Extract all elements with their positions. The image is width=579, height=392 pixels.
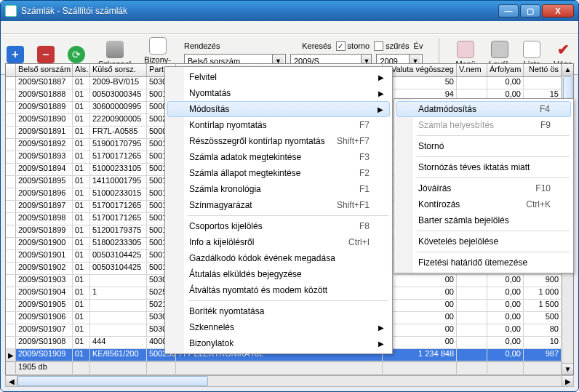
cell-belso: 2009/S01902 — [16, 263, 73, 274]
cell-belso: 2009/S01895 — [16, 176, 73, 188]
col-kulso-sorsz[interactable]: Külső sorsz. — [90, 64, 147, 76]
cell-belso: 2009/S01896 — [16, 188, 73, 200]
menu-separator — [188, 300, 388, 301]
menu-atutalas[interactable]: Átutalás elküldés bejegyzése — [167, 266, 390, 282]
cell-als: 01 — [73, 238, 90, 249]
menu-adatmodositas[interactable]: AdatmódosításF4 — [396, 101, 571, 117]
col-belso-sorszam[interactable]: Belső sorszám — [16, 64, 73, 76]
cell-als: 01 — [73, 263, 90, 274]
menu-koveteles[interactable]: Követelés bejelölése — [396, 233, 571, 249]
close-button[interactable]: X — [542, 4, 574, 17]
menu-szinmagyarazat[interactable]: SzínmagyarázatShift+F1 — [167, 197, 390, 213]
col-vnem[interactable]: V.nem — [457, 64, 487, 76]
add-button[interactable] — [7, 46, 24, 63]
cell-arf: 0,00 — [487, 324, 524, 336]
check-icon — [554, 41, 572, 58]
menu-barter[interactable]: Barter számla bejelölés — [396, 212, 571, 228]
cell-belso: 2009/S01894 — [16, 164, 73, 175]
app-icon — [5, 5, 17, 17]
cell-belso: 2009/S01888 — [16, 89, 73, 101]
menu-reszosszeg[interactable]: Részösszegről kontírlap nyomtatásShift+F… — [167, 133, 390, 149]
cell-als: 01 — [73, 250, 90, 262]
cell-kulso: 00503000345 — [90, 89, 147, 101]
cell-als: 01 — [73, 176, 90, 188]
rendezes-label: Rendezés — [184, 41, 220, 50]
maximize-button[interactable]: ▢ — [520, 4, 540, 17]
cell-belso: 2009/S01901 — [16, 250, 73, 262]
scroll-right-icon[interactable]: ▶ — [562, 376, 573, 386]
scroll-down-icon[interactable]: ▼ — [562, 363, 573, 375]
chevron-right-icon: ▶ — [378, 73, 384, 81]
cell-kulso: FR7L-A0585 — [90, 127, 147, 138]
menu-kontirlap[interactable]: Kontírlap nyomtatásF7 — [167, 117, 390, 133]
menu-szkenneles[interactable]: Szkennelés▶ — [167, 319, 390, 335]
chevron-right-icon: ▶ — [378, 89, 384, 97]
menu-storno-teves[interactable]: Stornózás téves iktatás miatt — [396, 159, 571, 175]
cell-als: 01 — [73, 213, 90, 225]
scroll-left-icon[interactable]: ◀ — [6, 376, 17, 386]
cell-netto: 80 — [524, 324, 562, 336]
cell-valveg: 00 — [383, 337, 457, 348]
menu-kontirozas[interactable]: KontírozásCtrl+K — [396, 196, 571, 212]
menu-atvaltas[interactable]: Átváltás nyomtató és modem között — [167, 282, 390, 298]
cell-belso: 2009/S01898 — [16, 213, 73, 225]
menu-felvitel[interactable]: Felvitel▶ — [167, 69, 390, 85]
cell-kulso: 444 — [90, 337, 147, 348]
cell-als: 01 — [73, 139, 90, 151]
refresh-button[interactable] — [68, 46, 85, 63]
menu-szamla-adatok[interactable]: Számla adatok megtekintéseF3 — [167, 149, 390, 165]
menu-separator — [188, 215, 388, 216]
szures-checkbox[interactable]: szűrés — [374, 41, 409, 51]
cell-als: 01 — [73, 337, 90, 348]
remove-button[interactable] — [37, 46, 55, 63]
menu-bizonylatok[interactable]: Bizonylatok▶ — [167, 335, 390, 351]
menu-separator — [417, 135, 570, 136]
horizontal-scrollbar[interactable]: ◀ ▶ — [5, 375, 574, 387]
menu-szamla-allapot[interactable]: Számla állapot megtekintéseF2 — [167, 165, 390, 181]
cell-belso: 2009/S01907 — [16, 324, 73, 336]
cell-vnem — [457, 324, 487, 336]
menu-boritek[interactable]: Boríték nyomtatása — [167, 303, 390, 319]
cell-arf: 0,00 — [487, 300, 524, 311]
chevron-right-icon: ▶ — [378, 324, 384, 332]
cell-belso: 2009/S01905 — [16, 300, 73, 311]
col-als[interactable]: Als. — [73, 64, 90, 76]
status-count: 1905 db — [16, 362, 73, 374]
menu-storno[interactable]: Stornó — [396, 138, 571, 154]
minimize-button[interactable]: — — [498, 4, 519, 17]
scanner-icon — [106, 41, 124, 58]
menu-kronologia[interactable]: Számla kronológiaF1 — [167, 181, 390, 197]
cell-netto: 500 — [524, 312, 562, 324]
scroll-thumb[interactable] — [17, 376, 208, 386]
menu-gazdalkodo[interactable]: Gazdálkodó kódok évének megadása — [167, 250, 390, 266]
submenu-modositas[interactable]: AdatmódosításF4 Számla helyesbítésF9 Sto… — [394, 98, 574, 273]
cell-vnem — [457, 312, 487, 324]
menu-modositas[interactable]: Módosítás▶ — [167, 101, 390, 117]
scroll-up-icon[interactable]: ▲ — [562, 64, 573, 76]
cell-valveg: 00 — [383, 312, 457, 324]
menu-nyomtatas[interactable]: Nyomtatás▶ — [167, 85, 390, 101]
col-valuta-vegosszeg[interactable]: Valuta végösszeg — [383, 64, 457, 76]
context-menu[interactable]: Felvitel▶ Nyomtatás▶ Módosítás▶ Kontírla… — [164, 66, 393, 354]
col-arfolyam[interactable]: Árfolyam — [487, 64, 524, 76]
menu-info[interactable]: Info a kijelölésrőlCtrl+I — [167, 234, 390, 250]
menu-fizhat[interactable]: Fizetési határidő ütemezése — [396, 255, 571, 271]
cell-kulso: 51000233015 — [90, 188, 147, 200]
menu-csoportos[interactable]: Csoportos kijelölésF8 — [167, 218, 390, 234]
cell-valveg: 00 — [383, 287, 457, 299]
cell-belso: 2009/S01903 — [16, 275, 73, 287]
status-row: 1905 db — [6, 361, 573, 374]
cell-kulso — [90, 300, 147, 311]
document-icon — [149, 37, 167, 55]
chevron-right-icon: ▶ — [378, 105, 383, 113]
cell-als: 01 — [73, 312, 90, 324]
cell-kulso: 30600000995 — [90, 102, 147, 113]
col-netto-os[interactable]: Nettó ös — [524, 64, 562, 76]
cell-arf: 0,00 — [487, 77, 524, 89]
cell-als: 01 — [73, 188, 90, 200]
cell-belso: 2009/S01891 — [16, 127, 73, 138]
menu-jovairas[interactable]: JóváírásF10 — [396, 180, 571, 196]
storno-checkbox[interactable]: ✓storno — [336, 41, 370, 51]
cell-vnem — [457, 337, 487, 348]
cell-als: 01 — [73, 89, 90, 101]
